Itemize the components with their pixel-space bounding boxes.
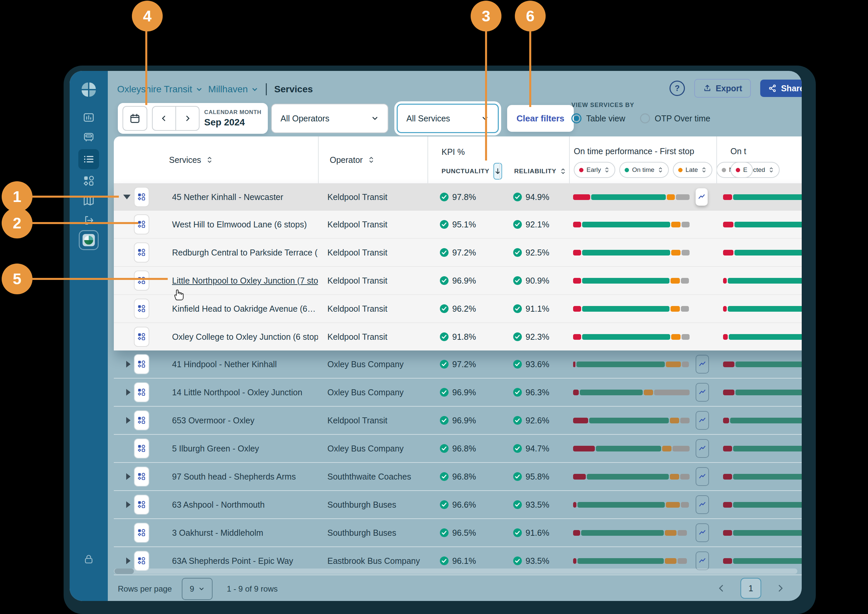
expand-toggle[interactable]: [126, 389, 131, 395]
table-row[interactable]: West Hill to Elmwood Lane (6 stops) Keld…: [114, 211, 802, 238]
column-header-services[interactable]: Services: [169, 155, 201, 165]
otp-chip-early[interactable]: Early: [574, 162, 615, 178]
otp-second-bar: [723, 250, 802, 256]
service-name[interactable]: 63 Ashpool - Northmouth: [172, 500, 265, 509]
legend-dot-icon: [678, 168, 683, 172]
otp-chip-late[interactable]: Late: [673, 162, 712, 178]
breadcrumb-area[interactable]: Millhaven: [208, 84, 258, 95]
service-name[interactable]: 653 Overmoor - Oxley: [172, 416, 254, 425]
otp-first-stop-bar: [573, 558, 689, 564]
sidebar-item-services[interactable]: [78, 149, 99, 169]
sidebar-item-sign-out[interactable]: [80, 212, 97, 228]
check-circle-icon: [513, 276, 522, 285]
service-name[interactable]: Kinfield Head to Oakridge Avenue (6…: [172, 304, 316, 313]
column-header-operator[interactable]: Operator: [330, 155, 363, 165]
service-stops-icon: [134, 214, 149, 234]
trend-chart-button[interactable]: [695, 383, 709, 402]
service-name[interactable]: Oxley College to Oxley Junction (6 stops…: [172, 332, 318, 341]
clear-filters-button[interactable]: Clear filters: [507, 105, 574, 132]
sidebar-item-app-badge[interactable]: [80, 232, 97, 248]
trend-chart-button[interactable]: [695, 523, 709, 542]
export-button[interactable]: Export: [694, 79, 751, 98]
callout-line-2: [33, 222, 138, 224]
callout-line-3: [485, 31, 487, 161]
trend-chart-button[interactable]: [695, 495, 709, 514]
radio-table-view[interactable]: Table view: [571, 113, 625, 123]
next-page-button[interactable]: [776, 584, 785, 592]
sidebar-item-vehicles[interactable]: [80, 129, 97, 146]
check-circle-icon: [440, 528, 449, 537]
month-stepper: [152, 106, 199, 131]
expand-toggle[interactable]: [126, 473, 131, 480]
line-chart-icon: [698, 416, 706, 424]
table-row[interactable]: 41 Hindpool - Nether Kinhall Oxley Bus C…: [114, 350, 802, 378]
service-name[interactable]: West Hill to Elmwood Lane (6 stops): [172, 220, 306, 229]
service-name[interactable]: 45 Nether Kinhall - Newcaster: [172, 192, 283, 202]
table-row[interactable]: Little Northpool to Oxley Junction (7 st…: [114, 266, 802, 294]
service-name[interactable]: 14 Little Northpool - Oxley Junction: [172, 388, 302, 397]
table-row[interactable]: Oxley College to Oxley Junction (6 stops…: [114, 323, 802, 350]
service-name[interactable]: 5 Ilburgh Green - Oxley: [172, 444, 259, 453]
expand-toggle[interactable]: [126, 361, 131, 367]
table-row[interactable]: 14 Little Northpool - Oxley Junction Oxl…: [114, 378, 802, 406]
collapse-row-toggle[interactable]: [123, 195, 131, 199]
service-name[interactable]: Little Northpool to Oxley Junction (7 st…: [172, 276, 318, 285]
rows-per-page-select[interactable]: 9: [182, 578, 213, 600]
sidebar-item-map[interactable]: [80, 192, 97, 209]
trend-chart-button[interactable]: [695, 439, 709, 458]
next-month-button[interactable]: [176, 107, 199, 130]
breadcrumb-authority[interactable]: Oxleyshire Transit: [117, 84, 203, 95]
operators-filter-dropdown[interactable]: All Operators: [271, 104, 388, 133]
help-button[interactable]: ?: [669, 81, 685, 96]
expand-toggle[interactable]: [126, 501, 131, 508]
table-row[interactable]: 5 Ilburgh Green - Oxley Oxley Bus Compan…: [114, 434, 802, 462]
column-header-punctuality[interactable]: PUNCTUALITY: [442, 167, 489, 175]
screenshot-canvas: Oxleyshire Transit Millhaven Services: [0, 0, 868, 614]
expand-toggle[interactable]: [126, 417, 131, 424]
reliability-value: 94.7%: [526, 444, 549, 453]
table-row[interactable]: 63 Ashpool - Northmouth Southburgh Buses…: [114, 490, 802, 518]
sort-icon[interactable]: [560, 167, 566, 175]
otp-second-chip-early[interactable]: E: [730, 162, 753, 178]
radio-selected-icon: [571, 113, 582, 123]
check-circle-icon: [513, 388, 522, 397]
previous-month-button[interactable]: [152, 107, 176, 130]
radio-otp-over-time[interactable]: OTP Over time: [640, 113, 710, 123]
table-row[interactable]: Redburgh Central to Parkside Terrace (5……: [114, 238, 802, 266]
service-stops-icon: [134, 523, 149, 543]
table-row[interactable]: 97 South head - Shepherds Arms Souththwa…: [114, 462, 802, 490]
services-filter-dropdown[interactable]: All Services: [397, 104, 499, 133]
punctuality-value: 96.8%: [452, 472, 476, 482]
table-row[interactable]: 3 Oakhurst - Middleholm Southburgh Buses…: [114, 518, 802, 546]
table-row[interactable]: 45 Nether Kinhall - Newcaster Keldpool T…: [114, 183, 802, 211]
sort-icon[interactable]: [206, 155, 213, 164]
expand-toggle[interactable]: [126, 558, 131, 564]
table-row[interactable]: Kinfield Head to Oakridge Avenue (6… Kel…: [114, 294, 802, 323]
service-name[interactable]: Redburgh Central to Parkside Terrace (5…: [172, 248, 318, 257]
trend-chart-button[interactable]: [695, 552, 709, 570]
sort-icon[interactable]: [367, 155, 375, 164]
sidebar-item-dashboard[interactable]: [80, 110, 97, 126]
column-header-reliability[interactable]: RELIABILITY: [514, 167, 556, 175]
calendar-button[interactable]: [123, 106, 147, 131]
share-button[interactable]: Share: [760, 80, 802, 97]
service-stops-icon: [134, 439, 149, 459]
punctuality-value: 96.9%: [452, 416, 476, 425]
check-circle-icon: [513, 332, 522, 341]
trend-chart-button[interactable]: [695, 467, 709, 486]
service-name[interactable]: 97 South head - Shepherds Arms: [172, 472, 296, 481]
service-name[interactable]: 63A Shepherds Point - Epic Way: [172, 556, 293, 566]
previous-page-button[interactable]: [717, 584, 726, 592]
otp-chip-on-time[interactable]: On time: [619, 162, 669, 178]
trend-chart-button[interactable]: [695, 355, 709, 374]
sidebar-item-components[interactable]: [80, 173, 97, 189]
scrollbar-thumb[interactable]: [115, 569, 134, 574]
service-name[interactable]: 41 Hindpool - Nether Kinhall: [172, 360, 277, 369]
table-row[interactable]: 653 Overmoor - Oxley Keldpool Transit 96…: [114, 406, 802, 434]
trend-chart-button[interactable]: [695, 411, 709, 430]
trend-chart-button[interactable]: [695, 188, 708, 206]
service-name[interactable]: 3 Oakhurst - Middleholm: [172, 528, 263, 537]
check-circle-icon: [440, 192, 449, 202]
page-number-button[interactable]: 1: [740, 578, 761, 598]
callout-line-6: [529, 31, 531, 107]
